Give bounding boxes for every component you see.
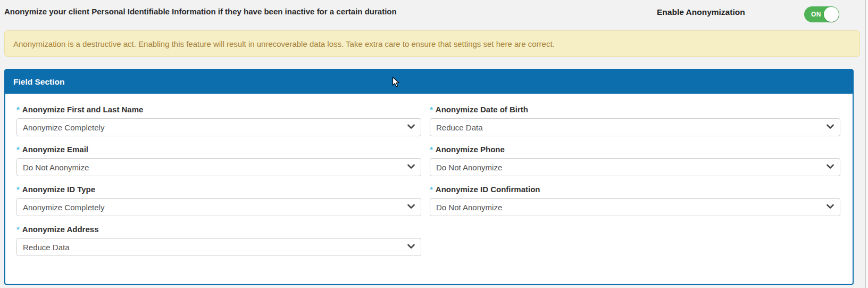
field-label-text: Anonymize Email	[22, 145, 88, 154]
select-wrapper: Do Not Anonymize	[16, 158, 421, 176]
field-phone: *Anonymize Phone Do Not Anonymize	[430, 145, 840, 176]
required-asterisk: *	[430, 105, 433, 114]
required-asterisk: *	[16, 185, 20, 194]
field-label: *Anonymize Phone	[430, 145, 840, 154]
page-description: Anonymize your client Personal Identifia…	[4, 7, 397, 16]
destructive-warning-banner: Anonymization is a destructive act. Enab…	[4, 30, 860, 57]
field-id-confirmation: *Anonymize ID Confirmation Do Not Anonym…	[430, 185, 840, 216]
select-wrapper: Reduce Data	[430, 118, 840, 136]
id-confirmation-select[interactable]: Do Not Anonymize	[430, 198, 840, 216]
toggle-state-label: ON	[811, 11, 821, 18]
field-label: *Anonymize Address	[16, 225, 421, 234]
id-type-select[interactable]: Anonymize Completely	[16, 198, 421, 216]
field-label: *Anonymize ID Type	[16, 185, 421, 194]
field-first-last-name: *Anonymize First and Last Name Anonymize…	[16, 105, 421, 136]
field-label-text: Anonymize First and Last Name	[22, 105, 144, 114]
panel-header: Field Section	[5, 70, 853, 94]
first-last-name-select[interactable]: Anonymize Completely	[16, 118, 421, 136]
panel-body: *Anonymize First and Last Name Anonymize…	[5, 94, 853, 265]
toggle-knob-icon	[824, 7, 839, 22]
vertical-scrollbar[interactable]	[865, 0, 868, 288]
field-label-text: Anonymize Phone	[436, 145, 505, 154]
field-label-text: Anonymize ID Confirmation	[436, 185, 540, 194]
field-label: *Anonymize First and Last Name	[16, 105, 421, 114]
warning-text: Anonymization is a destructive act. Enab…	[13, 39, 555, 48]
form-column-right: *Anonymize Date of Birth Reduce Data *An…	[430, 105, 840, 265]
form-column-left: *Anonymize First and Last Name Anonymize…	[16, 105, 421, 265]
required-asterisk: *	[16, 145, 20, 154]
required-asterisk: *	[430, 185, 433, 194]
field-label: *Anonymize Date of Birth	[430, 105, 840, 114]
required-asterisk: *	[16, 225, 20, 234]
select-wrapper: Reduce Data	[16, 238, 421, 256]
field-label-text: Anonymize Date of Birth	[436, 105, 528, 114]
field-id-type: *Anonymize ID Type Anonymize Completely	[16, 185, 421, 216]
date-of-birth-select[interactable]: Reduce Data	[430, 118, 840, 136]
required-asterisk: *	[430, 145, 433, 154]
field-address: *Anonymize Address Reduce Data	[16, 225, 421, 256]
email-select[interactable]: Do Not Anonymize	[16, 158, 421, 176]
field-date-of-birth: *Anonymize Date of Birth Reduce Data	[430, 105, 840, 136]
select-wrapper: Anonymize Completely	[16, 198, 421, 216]
field-label: *Anonymize ID Confirmation	[430, 185, 840, 194]
field-email: *Anonymize Email Do Not Anonymize	[16, 145, 421, 176]
phone-select[interactable]: Do Not Anonymize	[430, 158, 840, 176]
field-label-text: Anonymize Address	[22, 225, 99, 234]
field-section-panel: Field Section *Anonymize First and Last …	[4, 69, 854, 285]
enable-anonymization-label: Enable Anonymization	[657, 7, 745, 17]
enable-anonymization-toggle[interactable]: ON	[804, 6, 839, 22]
address-select[interactable]: Reduce Data	[16, 238, 421, 256]
field-label-text: Anonymize ID Type	[22, 185, 95, 194]
field-label: *Anonymize Email	[16, 145, 421, 154]
select-wrapper: Anonymize Completely	[16, 118, 421, 136]
panel-title: Field Section	[13, 77, 64, 87]
required-asterisk: *	[16, 105, 20, 114]
select-wrapper: Do Not Anonymize	[430, 158, 840, 176]
select-wrapper: Do Not Anonymize	[430, 198, 840, 216]
